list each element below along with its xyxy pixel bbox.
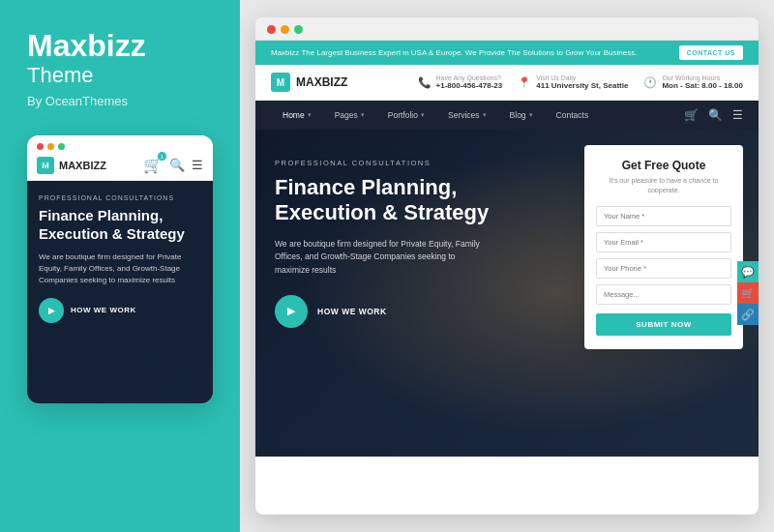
- location-value: 411 University St, Seattle: [536, 81, 628, 90]
- desktop-chrome: [255, 17, 759, 41]
- mobile-search-icon[interactable]: 🔍: [169, 158, 185, 172]
- brand-subtitle: Theme: [27, 63, 213, 88]
- mobile-dots: [37, 143, 203, 150]
- nav-home-chevron: ▾: [308, 111, 312, 119]
- quote-phone-input[interactable]: [596, 258, 731, 279]
- nav-search-icon[interactable]: 🔍: [708, 108, 723, 122]
- desktop-preview: Maxbizz The Largest Business Expert in U…: [255, 17, 759, 515]
- desktop-contacts: 📞 Have Any Questions? +1-800-456-478-23 …: [418, 74, 743, 90]
- quote-email-input[interactable]: [596, 232, 731, 252]
- right-panel: Maxbizz The Largest Business Expert in U…: [240, 0, 774, 532]
- hero-title: Finance Planning, Execution & Strategy: [275, 175, 517, 226]
- hero-content: PROFESSIONAL CONSULTATIONS Finance Plann…: [275, 159, 517, 328]
- hero-play-button[interactable]: ▶: [275, 295, 308, 328]
- mobile-cta-row: ▶ HOW WE WORK: [39, 298, 201, 323]
- sidebar-link-icon[interactable]: 🔗: [737, 304, 759, 325]
- nav-services-chevron: ▾: [483, 111, 487, 119]
- mobile-nav: M MAXBIZZ 🛒 1 🔍 ☰: [37, 156, 203, 174]
- mobile-dot-green: [58, 143, 65, 150]
- mobile-browser-chrome: M MAXBIZZ 🛒 1 🔍 ☰: [27, 135, 213, 181]
- nav-right-icons: 🛒 🔍 ☰: [684, 108, 743, 122]
- brand-by: By OceanThemes: [27, 94, 213, 108]
- desktop-dot-green: [294, 25, 303, 34]
- desktop-logo-icon: M: [271, 73, 290, 92]
- hero-cta-row: ▶ HOW WE WORK: [275, 295, 517, 328]
- mobile-logo-text: MAXBIZZ: [59, 160, 106, 171]
- mobile-dot-red: [37, 143, 44, 150]
- nav-blog-label: Blog: [510, 110, 526, 120]
- quote-submit-button[interactable]: SUBMIT NOW: [596, 313, 731, 336]
- clock-icon: 🕐: [643, 76, 657, 89]
- location-icon: 📍: [518, 76, 531, 89]
- topbar-text: Maxbizz The Largest Business Expert in U…: [271, 48, 637, 57]
- mobile-nav-icons: 🛒 1 🔍 ☰: [143, 156, 203, 174]
- mobile-hero-desc: We are boutique firm designed for Privat…: [39, 251, 201, 286]
- hours-value: Mon - Sat: 8.00 - 18.00: [662, 81, 743, 90]
- nav-pages-chevron: ▾: [361, 111, 365, 119]
- quote-message-input[interactable]: [596, 284, 731, 305]
- nav-portfolio-label: Portfolio: [388, 110, 418, 120]
- quote-form-subtitle: It's our pleasure to have a chance to co…: [596, 176, 731, 195]
- nav-pages-label: Pages: [335, 110, 358, 120]
- nav-services-label: Services: [448, 110, 480, 120]
- sidebar-chat-icon[interactable]: 💬: [737, 261, 759, 282]
- desktop-dots: [267, 25, 747, 34]
- mobile-logo-icon: M: [37, 157, 54, 174]
- sidebar-cart-icon[interactable]: 🛒: [737, 282, 759, 304]
- nav-item-home[interactable]: Home ▾: [271, 101, 323, 130]
- phone-icon: 📞: [418, 76, 432, 89]
- nav-home-label: Home: [283, 110, 305, 120]
- quote-form-title: Get Free Quote: [596, 159, 731, 172]
- desktop-topbar: Maxbizz The Largest Business Expert in U…: [255, 41, 759, 65]
- nav-portfolio-chevron: ▾: [421, 111, 425, 119]
- quote-form: Get Free Quote It's our pleasure to have…: [584, 145, 743, 349]
- nav-item-blog[interactable]: Blog ▾: [498, 101, 545, 130]
- nav-items: Home ▾ Pages ▾ Portfolio ▾ Services ▾ Bl…: [271, 101, 600, 130]
- hero-description: We are boutique firm designed for Privat…: [275, 238, 488, 278]
- nav-contacts-label: Contacts: [556, 110, 589, 120]
- contact-phone: 📞 Have Any Questions? +1-800-456-478-23: [418, 74, 503, 90]
- mobile-preview: M MAXBIZZ 🛒 1 🔍 ☰ PROFESSIONAL CONSULTAT…: [27, 135, 213, 403]
- left-panel: Maxbizz Theme By OceanThemes M MAXBIZZ 🛒…: [0, 0, 240, 532]
- contact-location: 📍 Visit Us Daily 411 University St, Seat…: [518, 74, 628, 90]
- hours-label: Our Working Hours: [662, 74, 743, 81]
- nav-blog-chevron: ▾: [529, 111, 533, 119]
- nav-item-portfolio[interactable]: Portfolio ▾: [376, 101, 436, 130]
- quote-name-input[interactable]: [596, 206, 731, 226]
- nav-menu-icon[interactable]: ☰: [732, 108, 743, 122]
- mobile-logo: M MAXBIZZ: [37, 157, 106, 174]
- brand-title: Maxbizz: [27, 29, 213, 63]
- desktop-logo-text: MAXBIZZ: [296, 75, 347, 89]
- nav-item-services[interactable]: Services ▾: [436, 101, 498, 130]
- desktop-logo: M MAXBIZZ: [271, 73, 347, 92]
- location-label: Visit Us Daily: [536, 74, 628, 81]
- phone-label: Have Any Questions?: [436, 74, 503, 81]
- contact-hours: 🕐 Our Working Hours Mon - Sat: 8.00 - 18…: [643, 74, 743, 90]
- nav-cart-icon[interactable]: 🛒: [684, 108, 699, 122]
- nav-item-pages[interactable]: Pages ▾: [323, 101, 376, 130]
- desktop-dot-red: [267, 25, 276, 34]
- desktop-sidebar-icons: 💬 🛒 🔗: [737, 261, 759, 325]
- mobile-menu-icon[interactable]: ☰: [192, 158, 203, 172]
- cart-badge: 1: [158, 152, 166, 161]
- mobile-cta-label: HOW WE WORK: [71, 306, 136, 314]
- mobile-play-button[interactable]: ▶: [39, 298, 64, 323]
- mobile-hero: PROFESSIONAL CONSULTATIONS Finance Plann…: [27, 181, 213, 403]
- contact-us-button[interactable]: CONTACT US: [679, 45, 743, 60]
- mobile-dot-yellow: [47, 143, 54, 150]
- desktop-dot-yellow: [281, 25, 289, 34]
- mobile-hero-title: Finance Planning, Execution & Strategy: [39, 207, 201, 244]
- mobile-hero-tag: PROFESSIONAL CONSULTATIONS: [39, 194, 201, 201]
- nav-item-contacts[interactable]: Contacts: [545, 101, 601, 130]
- mobile-cart-icon[interactable]: 🛒 1: [143, 156, 163, 174]
- desktop-nav: Home ▾ Pages ▾ Portfolio ▾ Services ▾ Bl…: [255, 101, 759, 130]
- hero-tag: PROFESSIONAL CONSULTATIONS: [275, 159, 517, 167]
- hero-cta-label: HOW WE WORK: [317, 307, 387, 316]
- phone-value: +1-800-456-478-23: [436, 81, 503, 90]
- desktop-header: M MAXBIZZ 📞 Have Any Questions? +1-800-4…: [255, 65, 759, 101]
- desktop-hero: PROFESSIONAL CONSULTATIONS Finance Plann…: [255, 130, 759, 457]
